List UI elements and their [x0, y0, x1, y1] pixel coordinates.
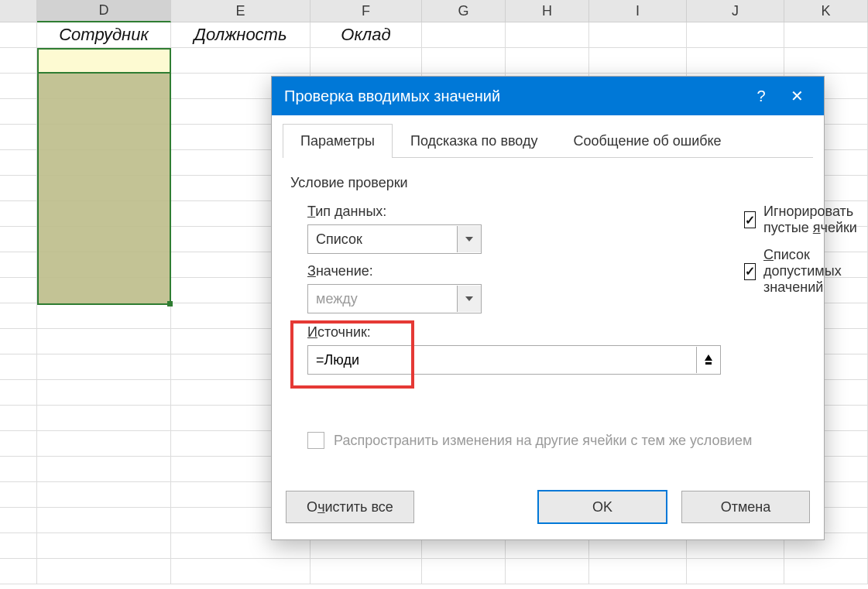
type-select-value: Список: [308, 231, 457, 248]
cell[interactable]: [171, 48, 310, 74]
cell[interactable]: [37, 74, 171, 99]
cell-K1[interactable]: [784, 22, 868, 48]
col-header-I[interactable]: I: [589, 0, 687, 22]
cell[interactable]: [37, 457, 171, 482]
row-gutter[interactable]: [0, 406, 37, 431]
dialog-title: Проверка вводимых значений: [284, 87, 743, 105]
collapse-range-button[interactable]: [696, 347, 720, 373]
row-gutter[interactable]: [0, 201, 37, 227]
source-input[interactable]: [308, 346, 696, 374]
row-gutter[interactable]: [0, 303, 37, 329]
row-gutter[interactable]: [0, 125, 37, 150]
row-header-corner[interactable]: [0, 0, 37, 22]
col-header-D[interactable]: D: [37, 0, 171, 22]
clear-all-button[interactable]: Очистить все: [286, 491, 414, 523]
cell[interactable]: [506, 48, 589, 74]
cell[interactable]: [37, 329, 171, 354]
cell[interactable]: [37, 201, 171, 227]
cell[interactable]: [37, 150, 171, 176]
cell[interactable]: [37, 508, 171, 533]
cell[interactable]: [687, 559, 784, 584]
cell[interactable]: [589, 559, 687, 584]
cell[interactable]: [37, 431, 171, 457]
tab-input-hint[interactable]: Подсказка по вводу: [393, 124, 555, 158]
cell-F1[interactable]: Оклад: [310, 22, 422, 48]
cell[interactable]: [37, 380, 171, 406]
cell[interactable]: [171, 559, 310, 584]
cell[interactable]: [37, 278, 171, 303]
cell[interactable]: [589, 48, 687, 74]
cell[interactable]: [37, 176, 171, 201]
tab-parameters[interactable]: Параметры: [283, 124, 393, 158]
cell[interactable]: [37, 48, 171, 74]
row-gutter[interactable]: [0, 150, 37, 176]
row-gutter[interactable]: [0, 508, 37, 533]
row-gutter[interactable]: [0, 457, 37, 482]
cell[interactable]: [310, 559, 422, 584]
cell[interactable]: [310, 48, 422, 74]
row-gutter[interactable]: [0, 533, 37, 559]
cell[interactable]: [37, 99, 171, 125]
dialog-titlebar[interactable]: Проверка вводимых значений ? ✕: [272, 77, 824, 115]
cell[interactable]: [422, 48, 506, 74]
col-header-H[interactable]: H: [506, 0, 589, 22]
range-select-icon: [703, 354, 714, 365]
cell[interactable]: [784, 48, 868, 74]
cell[interactable]: [37, 354, 171, 380]
cell[interactable]: [37, 482, 171, 508]
cell[interactable]: [37, 406, 171, 431]
cell[interactable]: [422, 559, 506, 584]
row-gutter[interactable]: [0, 22, 37, 48]
row-gutter[interactable]: [0, 99, 37, 125]
row-gutter[interactable]: [0, 354, 37, 380]
cell-E1[interactable]: Должность: [171, 22, 310, 48]
ignore-blank-checkbox[interactable]: Игнорировать пустые ячейки: [744, 204, 859, 236]
cell-G1[interactable]: [422, 22, 506, 48]
row-gutter[interactable]: [0, 431, 37, 457]
ok-button[interactable]: OK: [537, 490, 667, 524]
type-select-button[interactable]: [457, 226, 481, 252]
data-validation-dialog: Проверка вводимых значений ? ✕ Параметры…: [271, 76, 825, 540]
row-gutter[interactable]: [0, 559, 37, 584]
row-gutter[interactable]: [0, 380, 37, 406]
cell[interactable]: [784, 559, 868, 584]
tab-error-msg[interactable]: Сообщение об ошибке: [555, 124, 739, 158]
value-label: Значение:: [307, 263, 721, 279]
help-button[interactable]: ?: [743, 77, 779, 115]
type-select[interactable]: Список: [307, 224, 482, 254]
row-gutter[interactable]: [0, 227, 37, 252]
dialog-body: Параметры Подсказка по вводу Сообщение о…: [272, 115, 824, 476]
cell-H1[interactable]: [506, 22, 589, 48]
type-label: Тип данных:: [307, 204, 721, 220]
row-gutter[interactable]: [0, 329, 37, 354]
cell[interactable]: [37, 227, 171, 252]
row-gutter[interactable]: [0, 482, 37, 508]
cell[interactable]: [37, 303, 171, 329]
col-header-K[interactable]: K: [784, 0, 868, 22]
cell[interactable]: [37, 252, 171, 278]
row-gutter[interactable]: [0, 74, 37, 99]
col-header-F[interactable]: F: [310, 0, 422, 22]
row-gutter[interactable]: [0, 176, 37, 201]
row-gutter[interactable]: [0, 278, 37, 303]
cell[interactable]: [37, 559, 171, 584]
row-2: [0, 48, 868, 74]
row-gutter[interactable]: [0, 48, 37, 74]
cell[interactable]: [506, 559, 589, 584]
cancel-button[interactable]: Отмена: [681, 491, 810, 523]
close-button[interactable]: ✕: [779, 77, 815, 115]
col-header-E[interactable]: E: [171, 0, 310, 22]
source-label: Источник:: [307, 324, 721, 341]
dropdown-list-checkbox[interactable]: Список допустимых значений: [744, 247, 859, 296]
column-header-row: D E F G H I J K: [0, 0, 868, 22]
cell[interactable]: [687, 48, 784, 74]
cell[interactable]: [37, 125, 171, 150]
cell-I1[interactable]: [589, 22, 687, 48]
cell-J1[interactable]: [687, 22, 784, 48]
cell[interactable]: [37, 533, 171, 559]
row-gutter[interactable]: [0, 252, 37, 278]
cell-D1[interactable]: Сотрудник: [37, 22, 171, 48]
col-header-J[interactable]: J: [687, 0, 784, 22]
tab-bar: Параметры Подсказка по вводу Сообщение о…: [283, 123, 813, 158]
col-header-G[interactable]: G: [422, 0, 506, 22]
